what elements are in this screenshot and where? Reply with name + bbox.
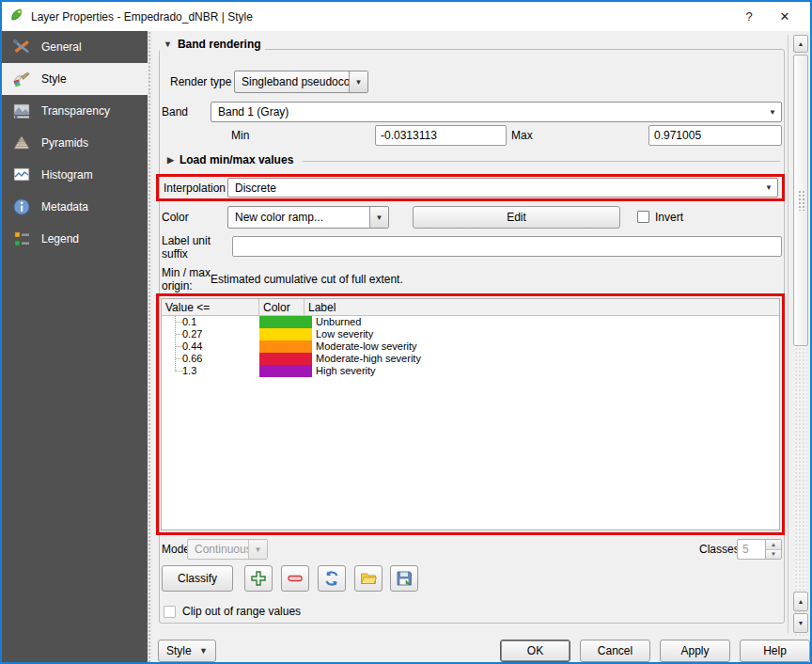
sidebar-item-label: Pyramids xyxy=(41,136,88,150)
clip-range-checkbox[interactable] xyxy=(164,606,176,618)
close-button[interactable]: ✕ xyxy=(767,3,803,30)
help-button[interactable]: Help xyxy=(740,640,810,662)
clip-range-label: Clip out of range values xyxy=(182,605,301,618)
class-row[interactable]: 0.1 Unburned xyxy=(162,316,779,328)
spin-up-icon[interactable]: ▲ xyxy=(766,540,781,550)
render-type-label: Render type xyxy=(170,75,231,88)
class-value[interactable]: 0.66 xyxy=(162,353,259,365)
scroll-up-button[interactable]: ▲ xyxy=(793,35,808,53)
properties-sidebar: General Style xyxy=(2,31,148,662)
vertical-scrollbar[interactable]: ▲ ▲ ▼ xyxy=(793,35,808,637)
sidebar-item-label: Legend xyxy=(41,232,79,245)
interpolation-value: Discrete xyxy=(228,182,760,195)
scroll-up-button-2[interactable]: ▲ xyxy=(793,592,808,611)
class-value[interactable]: 0.44 xyxy=(162,340,259,353)
scrollbar-thumb[interactable] xyxy=(793,55,808,346)
edit-ramp-button[interactable]: Edit xyxy=(413,206,620,229)
help-titlebar-button[interactable]: ? xyxy=(731,3,767,30)
sidebar-item-label: Histogram xyxy=(41,168,93,182)
class-label[interactable]: Moderate-high severity xyxy=(312,353,421,365)
class-color-swatch[interactable] xyxy=(259,316,312,328)
classes-spinbox[interactable]: 5 ▲ ▼ xyxy=(737,539,782,560)
sidebar-item-general[interactable]: General xyxy=(2,31,148,63)
band-combobox[interactable]: Band 1 (Gray) ▼ xyxy=(211,102,782,122)
class-color-swatch[interactable] xyxy=(259,328,312,340)
classification-table-header: Value <= Color Label xyxy=(162,299,779,316)
band-value: Band 1 (Gray) xyxy=(211,105,764,119)
class-value[interactable]: 0.1 xyxy=(162,316,259,328)
mode-label: Mode xyxy=(162,543,190,556)
save-color-map-button[interactable] xyxy=(390,565,418,592)
spin-down-icon[interactable]: ▼ xyxy=(766,550,781,560)
mode-combobox[interactable]: Continuous ▼ xyxy=(187,539,268,560)
column-header-label[interactable]: Label xyxy=(304,299,779,316)
scroll-down-button[interactable]: ▼ xyxy=(793,613,808,633)
add-class-button[interactable] xyxy=(244,565,273,592)
render-type-combobox[interactable]: Singleband pseudocolor ▼ xyxy=(234,71,368,93)
layer-properties-dialog: Layer Properties - Empedrado_dNBR | Styl… xyxy=(0,0,812,664)
column-header-color[interactable]: Color xyxy=(259,299,304,316)
classification-table[interactable]: Value <= Color Label 0.1 Unburned 0.27 xyxy=(161,298,780,530)
invert-checkbox[interactable] xyxy=(637,211,649,223)
sidebar-item-metadata[interactable]: Metadata xyxy=(2,191,148,223)
class-row[interactable]: 0.44 Moderate-low severity xyxy=(162,340,779,353)
collapse-right-triangle-icon: ▶ xyxy=(167,155,174,165)
color-ramp-value: New color ramp... xyxy=(228,211,369,224)
class-row[interactable]: 0.27 Low severity xyxy=(162,328,779,340)
classify-button[interactable]: Classify xyxy=(162,565,233,592)
transparency-icon xyxy=(11,101,32,121)
refresh-button[interactable] xyxy=(318,565,346,592)
sidebar-item-pyramids[interactable]: Pyramids xyxy=(2,127,148,159)
class-color-swatch[interactable] xyxy=(259,353,312,365)
class-row[interactable]: 0.66 Moderate-high severity xyxy=(162,353,779,365)
apply-button[interactable]: Apply xyxy=(660,640,730,662)
interpolation-label: Interpolation xyxy=(164,182,226,195)
window-title: Layer Properties - Empedrado_dNBR | Styl… xyxy=(31,10,253,24)
column-header-value[interactable]: Value <= xyxy=(162,299,259,316)
chevron-down-icon: ▼ xyxy=(764,108,781,117)
interpolation-combobox[interactable]: Discrete ▼ xyxy=(227,178,778,198)
chevron-down-icon: ▼ xyxy=(199,646,208,656)
sidebar-item-style[interactable]: Style xyxy=(2,63,148,95)
legend-icon xyxy=(11,229,32,249)
color-ramp-combobox[interactable]: New color ramp... ▼ xyxy=(227,206,389,229)
band-label: Band xyxy=(162,105,188,119)
class-color-swatch[interactable] xyxy=(259,365,312,377)
cancel-button[interactable]: Cancel xyxy=(580,640,650,662)
load-color-map-button[interactable] xyxy=(354,565,383,592)
refresh-icon xyxy=(323,570,340,587)
style-menu-button[interactable]: Style ▼ xyxy=(158,640,216,662)
render-type-value: Singleband pseudocolor xyxy=(235,75,349,88)
style-menu-label: Style xyxy=(166,644,192,657)
load-minmax-header[interactable]: ▶ Load min/max values xyxy=(164,153,297,166)
max-input[interactable]: 0.971005 xyxy=(648,125,782,146)
sidebar-item-legend[interactable]: Legend xyxy=(2,223,148,255)
class-value[interactable]: 1.3 xyxy=(162,365,259,377)
sidebar-item-histogram[interactable]: Histogram xyxy=(2,159,148,191)
label-unit-suffix-input[interactable] xyxy=(232,236,782,257)
scroll-frame-edge xyxy=(788,35,789,633)
min-input[interactable]: -0.0313113 xyxy=(375,125,507,146)
band-rendering-header[interactable]: ▼ Band rendering xyxy=(160,38,265,51)
class-color-swatch[interactable] xyxy=(259,340,312,353)
histogram-icon xyxy=(11,165,32,185)
class-label[interactable]: High severity xyxy=(312,365,376,377)
class-label[interactable]: Low severity xyxy=(312,328,373,340)
band-rendering-title: Band rendering xyxy=(178,38,261,51)
class-label[interactable]: Unburned xyxy=(312,316,361,328)
scrollbar-grip-icon xyxy=(798,190,805,211)
label-unit-suffix-label: Label unit suffix xyxy=(162,234,224,261)
load-minmax-title: Load min/max values xyxy=(180,153,293,166)
class-label[interactable]: Moderate-low severity xyxy=(312,340,417,353)
sidebar-item-label: Transparency xyxy=(41,104,110,118)
class-value[interactable]: 0.27 xyxy=(162,328,259,340)
pyramids-icon xyxy=(11,133,32,153)
add-icon xyxy=(250,570,267,587)
folder-icon xyxy=(360,570,377,587)
sidebar-item-transparency[interactable]: Transparency xyxy=(2,95,148,127)
class-row[interactable]: 1.3 High severity xyxy=(162,365,779,377)
remove-class-button[interactable] xyxy=(281,565,309,592)
chevron-down-icon: ▼ xyxy=(248,540,267,559)
ok-button[interactable]: OK xyxy=(500,640,570,662)
classification-rows: 0.1 Unburned 0.27 Low severity 0.44 xyxy=(162,316,779,377)
